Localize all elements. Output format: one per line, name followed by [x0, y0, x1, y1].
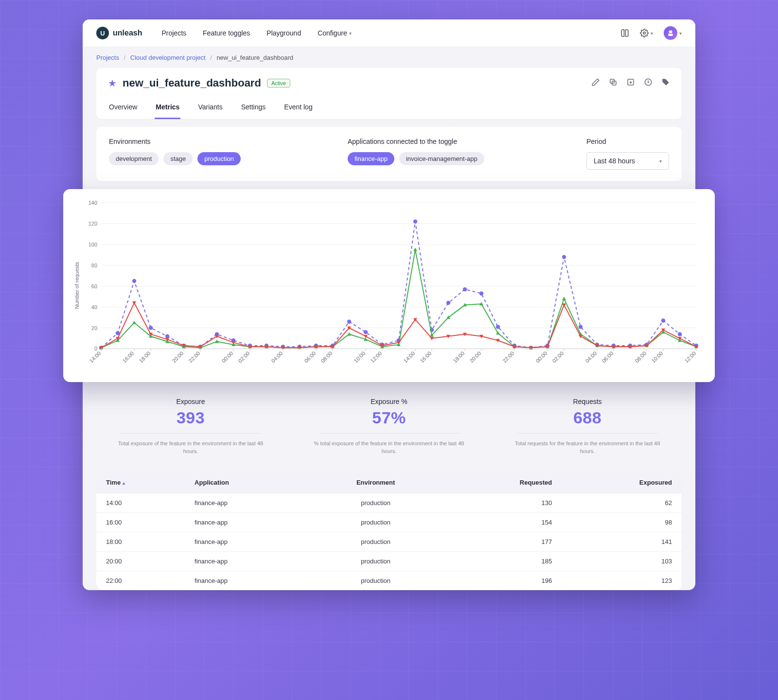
- period-select[interactable]: Last 48 hours ▾: [586, 152, 669, 170]
- svg-text:06:00: 06:00: [601, 350, 614, 364]
- tab-settings[interactable]: Settings: [240, 98, 267, 119]
- svg-point-27: [165, 334, 169, 338]
- col-time[interactable]: Time▴: [96, 472, 185, 493]
- chart-y-axis-label: Number of requests: [72, 198, 80, 373]
- cell-env: production: [309, 493, 442, 512]
- stat-requests-desc: Total requests for the feature in the en…: [503, 439, 672, 455]
- chevron-down-icon: ▾: [651, 31, 653, 36]
- svg-text:12:00: 12:00: [683, 350, 697, 364]
- svg-text:100: 100: [88, 242, 97, 247]
- svg-text:00:00: 00:00: [534, 350, 548, 364]
- chip-development[interactable]: development: [109, 152, 159, 165]
- svg-text:20:00: 20:00: [468, 350, 482, 364]
- col-requested[interactable]: Requested: [442, 472, 562, 493]
- breadcrumb: Projects / Cloud development project / n…: [83, 47, 695, 68]
- docs-icon[interactable]: [620, 29, 629, 37]
- col-application[interactable]: Application: [185, 472, 309, 493]
- edit-icon[interactable]: [591, 78, 600, 88]
- tab-overview[interactable]: Overview: [108, 98, 138, 119]
- nav-links: Projects Feature toggles Playground Conf…: [161, 29, 351, 37]
- tab-event-log[interactable]: Event log: [283, 98, 313, 119]
- svg-text:04:00: 04:00: [270, 350, 284, 364]
- breadcrumb-projects[interactable]: Projects: [96, 54, 119, 61]
- cell-requested: 154: [442, 512, 562, 532]
- stat-exposure: Exposure 393 Total exposure of the featu…: [96, 395, 285, 462]
- svg-text:16:00: 16:00: [122, 350, 135, 364]
- svg-point-52: [579, 325, 583, 329]
- svg-text:08:00: 08:00: [319, 350, 333, 364]
- svg-point-47: [496, 325, 500, 329]
- feature-header-card: ★ new_ui_feature_dashboard Active Overvi…: [96, 68, 682, 119]
- table-row: 18:00finance-appproduction177141: [96, 532, 682, 551]
- user-menu[interactable]: ▾: [664, 26, 682, 40]
- feature-tabs: Overview Metrics Variants Settings Event…: [108, 98, 670, 119]
- svg-point-58: [678, 332, 682, 336]
- nav-configure[interactable]: Configure ▾: [318, 29, 352, 37]
- status-badge: Active: [267, 79, 290, 88]
- filter-period: Period Last 48 hours ▾: [586, 138, 669, 170]
- stat-divider: [121, 433, 261, 434]
- star-icon[interactable]: ★: [108, 77, 117, 89]
- svg-text:02:00: 02:00: [551, 350, 565, 364]
- applications-label: Applications connected to the toggle: [348, 138, 567, 145]
- cell-app: finance-app: [185, 571, 309, 590]
- table-row: 14:00finance-appproduction13062: [96, 493, 682, 512]
- cell-exposured: 98: [562, 512, 682, 532]
- chip-production[interactable]: production: [197, 152, 241, 165]
- brand-logo[interactable]: U unleash: [96, 27, 142, 39]
- tag-icon[interactable]: [661, 78, 670, 88]
- nav-playground[interactable]: Playground: [266, 29, 301, 37]
- svg-rect-1: [669, 31, 672, 33]
- cell-requested: 130: [442, 493, 562, 512]
- cell-app: finance-app: [185, 512, 309, 532]
- svg-point-45: [463, 287, 467, 291]
- copy-icon[interactable]: [609, 78, 618, 88]
- nav-feature-toggles[interactable]: Feature toggles: [203, 29, 250, 37]
- filter-environments: Environments development stage productio…: [109, 138, 328, 170]
- chevron-down-icon: ▾: [659, 158, 662, 164]
- chip-stage[interactable]: stage: [163, 152, 193, 165]
- chip-finance-app[interactable]: finance-app: [348, 152, 394, 165]
- svg-text:40: 40: [91, 304, 97, 310]
- cell-requested: 177: [442, 532, 562, 551]
- breadcrumb-sep: /: [210, 54, 212, 61]
- svg-text:140: 140: [88, 200, 97, 206]
- svg-text:120: 120: [88, 221, 97, 227]
- breadcrumb-project[interactable]: Cloud development project: [130, 54, 206, 61]
- cell-exposured: 123: [562, 571, 682, 590]
- chevron-down-icon: ▾: [679, 31, 682, 36]
- nav-right: ▾ ▾: [620, 26, 682, 40]
- col-exposured[interactable]: Exposured: [562, 472, 682, 493]
- chip-invoice-app[interactable]: invoice-management-app: [399, 152, 484, 165]
- table-header-row: Time▴ Application Environment Requested …: [96, 472, 682, 493]
- col-environment[interactable]: Environment: [309, 472, 442, 493]
- tab-variants[interactable]: Variants: [197, 98, 223, 119]
- stat-exposure-desc: Total exposure of the feature in the env…: [106, 439, 275, 455]
- svg-text:14:00: 14:00: [402, 350, 416, 364]
- archive-icon[interactable]: [626, 78, 635, 88]
- svg-point-57: [661, 318, 665, 322]
- sort-asc-icon: ▴: [123, 480, 125, 486]
- nav-projects[interactable]: Projects: [161, 29, 186, 37]
- svg-text:10:00: 10:00: [353, 350, 366, 364]
- stat-exposure-pct: Exposure % 57% % total exposure of the f…: [295, 395, 483, 462]
- svg-point-39: [364, 330, 368, 334]
- svg-text:20: 20: [91, 325, 97, 331]
- stat-requests: Requests 688 Total requests for the feat…: [493, 395, 682, 462]
- stat-requests-value: 688: [503, 408, 672, 427]
- metrics-chart-card: Number of requests 02040608010012014014:…: [63, 189, 715, 382]
- svg-text:12:00: 12:00: [369, 350, 383, 364]
- history-icon[interactable]: [644, 78, 653, 88]
- svg-text:14:00: 14:00: [88, 350, 102, 364]
- tab-metrics[interactable]: Metrics: [155, 98, 180, 119]
- cell-env: production: [309, 551, 442, 571]
- feature-title-row: ★ new_ui_feature_dashboard Active: [108, 77, 670, 89]
- svg-text:04:00: 04:00: [584, 350, 598, 364]
- cell-time: 16:00: [96, 512, 185, 532]
- stat-exposure-pct-title: Exposure %: [304, 398, 474, 405]
- metrics-chart: 02040608010012014014:0016:0018:0020:0022…: [80, 198, 703, 373]
- stat-exposure-pct-desc: % total exposure of the feature in the e…: [304, 439, 474, 455]
- settings-icon[interactable]: ▾: [640, 29, 653, 37]
- svg-text:10:00: 10:00: [650, 350, 664, 364]
- applications-chips: finance-app invoice-management-app: [348, 152, 567, 165]
